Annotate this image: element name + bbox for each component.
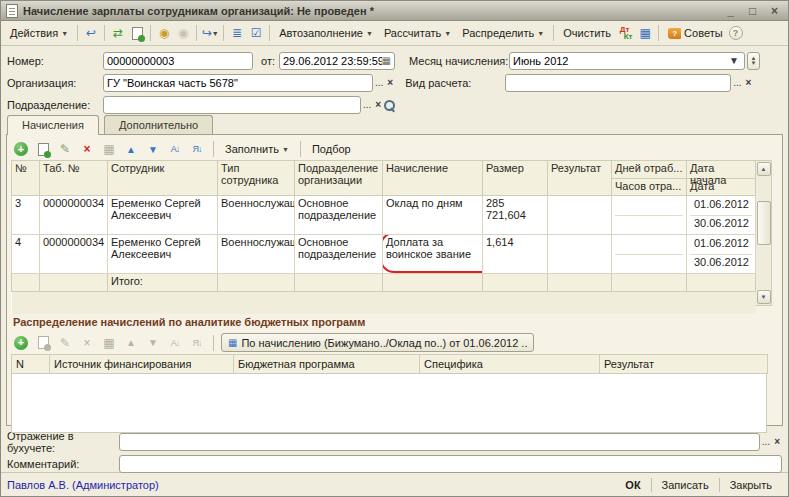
cell-date-end[interactable]: 30.06.2012 — [690, 254, 752, 272]
new-document-button[interactable] — [128, 24, 146, 42]
row-add-button[interactable]: + — [12, 140, 30, 158]
calc-type-input[interactable] — [509, 76, 727, 90]
month-dropdown-button[interactable]: ▼ — [727, 56, 741, 66]
dist-copy-button[interactable] — [34, 334, 52, 352]
cell-employee-type[interactable]: Военнослужащ... — [218, 235, 295, 274]
minimize-button[interactable]: _ — [722, 3, 739, 18]
cell-date-end[interactable]: 30.06.2012 — [690, 215, 752, 233]
cell-size[interactable]: 285 721,604 — [483, 196, 548, 235]
organization-select-button[interactable]: ... — [373, 78, 385, 88]
accounting-select-button[interactable]: ... — [760, 437, 772, 447]
comment-input[interactable] — [123, 457, 778, 471]
cell-result[interactable] — [548, 235, 612, 274]
organization-clear-button[interactable]: × — [385, 78, 395, 88]
cell-date-start[interactable]: 01.06.2012 — [690, 236, 752, 254]
department-select-button[interactable]: ... — [361, 100, 373, 110]
export-button[interactable]: ↪▼ — [201, 24, 219, 42]
row-move-down-button[interactable]: ▼ — [144, 140, 162, 158]
titlebar[interactable]: Начисление зарплаты сотрудникам организа… — [1, 1, 788, 21]
dist-move-up-button[interactable]: ▲ — [122, 334, 140, 352]
month-spinner[interactable]: ▲ ▼ — [747, 52, 760, 70]
cell-accrual[interactable]: Оклад по дням — [383, 196, 483, 235]
edit-icon: ✎ — [60, 142, 70, 156]
dist-move-down-button[interactable]: ▼ — [144, 334, 162, 352]
cell-size[interactable]: 1,614 — [483, 235, 548, 274]
distribution-table-body[interactable] — [11, 374, 767, 433]
dt-kt-button[interactable]: Дт Кт — [617, 24, 635, 42]
close-button[interactable]: × — [766, 3, 783, 18]
settings-list-button[interactable]: ☑ — [247, 24, 265, 42]
actions-menu-button[interactable]: Действия ▼ — [5, 25, 73, 41]
sort-ascending-button[interactable]: А↓ — [166, 140, 184, 158]
month-input[interactable] — [513, 54, 727, 68]
cell-dates[interactable]: 01.06.2012 30.06.2012 — [687, 235, 756, 274]
cell-num[interactable]: 4 — [12, 235, 40, 274]
refresh-button[interactable]: ⇄ — [109, 24, 127, 42]
scroll-up-button[interactable]: ▲ — [757, 162, 771, 176]
tab-additional[interactable]: Дополнительно — [104, 115, 213, 134]
cell-days-hours[interactable] — [612, 196, 687, 235]
pick-button[interactable]: Подбор — [308, 142, 355, 156]
clear-button[interactable]: Очистить — [558, 25, 616, 41]
department-input[interactable] — [107, 98, 357, 112]
number-input[interactable] — [107, 54, 249, 68]
row-move-up-button[interactable]: ▲ — [122, 140, 140, 158]
dist-delete-button[interactable]: × — [78, 334, 96, 352]
cell-date-start[interactable]: 01.06.2012 — [690, 197, 752, 215]
help-button[interactable]: ? — [729, 26, 743, 40]
cell-tabnum[interactable]: 0000000034 — [40, 196, 108, 235]
row-edit-button[interactable]: ✎ — [56, 140, 74, 158]
accounting-input[interactable] — [123, 435, 756, 449]
cell-employee-type[interactable]: Военнослужащ... — [218, 196, 295, 235]
row-sum-button[interactable]: ▦ — [100, 140, 118, 158]
dist-edit-button[interactable]: ✎ — [56, 334, 74, 352]
tab-accruals[interactable]: Начисления — [7, 115, 99, 135]
dist-sort-ascending-button[interactable]: А↓ — [166, 334, 184, 352]
autofill-menu-button[interactable]: Автозаполнение ▼ — [274, 25, 378, 41]
cell-employee[interactable]: Еременко Сергей Алексеевич — [108, 235, 218, 274]
department-clear-button[interactable]: × — [373, 100, 383, 110]
cell-days-hours[interactable] — [612, 235, 687, 274]
col-result: Результат — [548, 161, 612, 196]
accounting-clear-button[interactable]: × — [772, 437, 782, 447]
calc-type-select-button[interactable]: ... — [731, 78, 743, 88]
post-document-button[interactable]: ↩ — [82, 24, 100, 42]
cell-result[interactable] — [548, 196, 612, 235]
post-ledger-button[interactable]: ◉ — [155, 24, 173, 42]
scrollbar-thumb[interactable] — [757, 201, 771, 245]
close-form-button[interactable]: Закрыть — [720, 478, 782, 492]
save-button[interactable]: Записать — [652, 478, 719, 492]
cell-num[interactable]: 3 — [12, 196, 40, 235]
scroll-down-button[interactable]: ▼ — [757, 290, 771, 304]
row-delete-button[interactable]: × — [78, 140, 96, 158]
calculate-menu-button[interactable]: Рассчитать ▼ — [379, 25, 456, 41]
document-structure-button[interactable]: ≣ — [228, 24, 246, 42]
department-search-icon[interactable] — [383, 99, 395, 111]
calendar-icon[interactable]: ▦ — [382, 55, 391, 66]
dist-sort-descending-button[interactable]: Я↓ — [188, 334, 206, 352]
distribute-menu-button[interactable]: Распределить ▼ — [457, 25, 549, 41]
spin-down-icon[interactable]: ▼ — [751, 61, 757, 66]
fill-menu-button[interactable]: Заполнить ▼ — [221, 142, 293, 156]
cell-accrual[interactable]: Доплата за воинское звание — [383, 235, 483, 274]
date-input[interactable] — [283, 54, 382, 68]
report-button[interactable]: ▦ — [636, 24, 654, 42]
ok-button[interactable]: ОК — [615, 478, 650, 492]
organization-input[interactable] — [107, 76, 369, 90]
sort-descending-button[interactable]: Я↓ — [188, 140, 206, 158]
calc-type-clear-button[interactable]: × — [744, 78, 754, 88]
advice-button[interactable]: ? Советы — [663, 25, 727, 41]
maximize-button[interactable]: □ — [744, 3, 761, 18]
dist-sum-button[interactable]: ▦ — [100, 334, 118, 352]
coins-gray-icon: ◉ — [178, 26, 188, 40]
dist-add-button[interactable]: + — [12, 334, 30, 352]
cell-dates[interactable]: 01.06.2012 30.06.2012 — [687, 196, 756, 235]
unpost-ledger-button[interactable]: ◉ — [174, 24, 192, 42]
cell-employee[interactable]: Еременко Сергей Алексеевич — [108, 196, 218, 235]
vertical-scrollbar[interactable]: ▲ ▼ — [756, 160, 772, 306]
cell-department[interactable]: Основное подразделение — [295, 235, 383, 274]
cell-department[interactable]: Основное подразделение — [295, 196, 383, 235]
distribution-filter-button[interactable]: ▦ По начислению (Бижумано../Оклад по..) … — [221, 333, 534, 352]
cell-tabnum[interactable]: 0000000034 — [40, 235, 108, 274]
row-copy-button[interactable] — [34, 140, 52, 158]
